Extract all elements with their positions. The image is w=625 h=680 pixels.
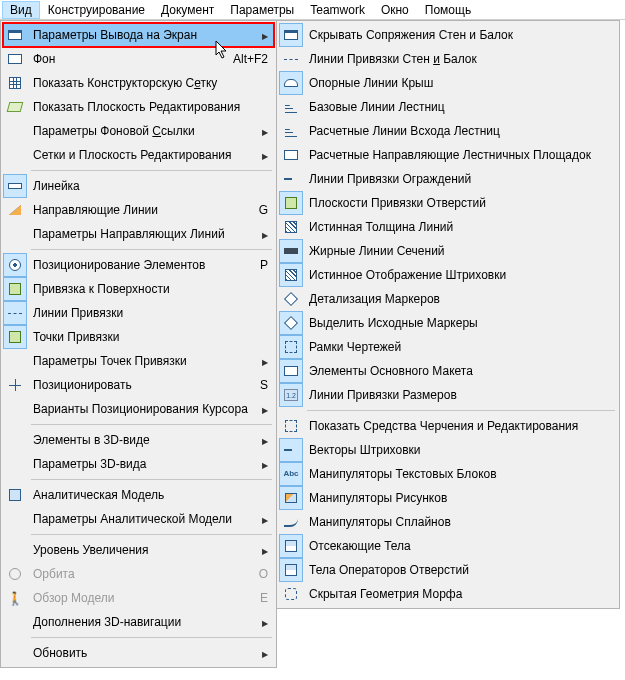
- grid-icon: [7, 75, 23, 91]
- icon-slot: [3, 373, 27, 397]
- display-submenu-item-17[interactable]: Показать Средства Черчения и Редактирова…: [279, 414, 617, 438]
- window-icon: [283, 27, 299, 43]
- abc-icon: Abc: [283, 466, 299, 482]
- blank-icon: [7, 401, 23, 417]
- icon-slot: [279, 263, 303, 287]
- num-icon: 1.2: [283, 387, 299, 403]
- view-menu-item-27: 🚶Обзор МоделиE: [3, 586, 274, 610]
- icon-slot: [279, 510, 303, 534]
- display-submenu-item-7[interactable]: Плоскости Привязки Отверстий: [279, 191, 617, 215]
- view-menu-item-11[interactable]: Позиционирование ЭлементовP: [3, 253, 274, 277]
- menubar-item-2[interactable]: Документ: [153, 1, 222, 19]
- menu-item-label: Истинная Толщина Линий: [303, 220, 611, 234]
- view-menu-item-9[interactable]: Параметры Направляющих Линий: [3, 222, 274, 246]
- display-submenu-item-1[interactable]: Линии Привязки Стен и Балок: [279, 47, 617, 71]
- snap-icon: [7, 281, 23, 297]
- menubar-item-3[interactable]: Параметры: [222, 1, 302, 19]
- menu-item-label: Истинное Отображение Штриховки: [303, 268, 611, 282]
- blank-icon: [7, 456, 23, 472]
- menu-item-shortcut: E: [250, 591, 268, 605]
- menu-item-label: Линии Привязки Ограждений: [303, 172, 611, 186]
- display-submenu-item-9[interactable]: Жирные Линии Сечений: [279, 239, 617, 263]
- display-submenu-item-2[interactable]: Опорные Линии Крыш: [279, 71, 617, 95]
- menubar-item-6[interactable]: Помощь: [417, 1, 479, 19]
- display-submenu-item-24[interactable]: Скрытая Геометрия Морфа: [279, 582, 617, 606]
- icon-slot: [279, 143, 303, 167]
- view-menu-item-25[interactable]: Уровень Увеличения: [3, 538, 274, 562]
- menubar-item-4[interactable]: Teamwork: [302, 1, 373, 19]
- menu-item-label: Базовые Линии Лестниц: [303, 100, 611, 114]
- icon-slot: [3, 277, 27, 301]
- submenu-arrow-icon: [258, 150, 268, 161]
- menubar-item-5[interactable]: Окно: [373, 1, 417, 19]
- hatch-icon: [283, 267, 299, 283]
- display-submenu-item-23[interactable]: Тела Операторов Отверстий: [279, 558, 617, 582]
- display-submenu-item-4[interactable]: Расчетные Линии Всхода Лестниц: [279, 119, 617, 143]
- icon-slot: [3, 397, 27, 421]
- display-submenu-item-6[interactable]: Линии Привязки Ограждений: [279, 167, 617, 191]
- display-submenu-item-21[interactable]: Манипуляторы Сплайнов: [279, 510, 617, 534]
- view-menu-item-15[interactable]: Параметры Точек Привязки: [3, 349, 274, 373]
- view-menu-item-20[interactable]: Параметры 3D-вида: [3, 452, 274, 476]
- view-menu-item-12[interactable]: Привязка к Поверхности: [3, 277, 274, 301]
- view-menu-item-5[interactable]: Сетки и Плоскость Редактирования: [3, 143, 274, 167]
- view-menu-item-30[interactable]: Обновить: [3, 641, 274, 665]
- view-menu-item-1[interactable]: ФонAlt+F2: [3, 47, 274, 71]
- display-submenu-item-3[interactable]: Базовые Линии Лестниц: [279, 95, 617, 119]
- view-menu-item-2[interactable]: Показать Конструкторскую Сетку: [3, 71, 274, 95]
- display-submenu-item-22[interactable]: Отсекающие Тела: [279, 534, 617, 558]
- display-submenu-item-19[interactable]: AbcМанипуляторы Текстовых Блоков: [279, 462, 617, 486]
- view-menu-item-16[interactable]: ПозиционироватьS: [3, 373, 274, 397]
- view-menu-item-14[interactable]: Точки Привязки: [3, 325, 274, 349]
- display-submenu-item-12[interactable]: Выделить Исходные Маркеры: [279, 311, 617, 335]
- icon-slot: [3, 641, 27, 665]
- display-submenu-item-15[interactable]: 1.2Линии Привязки Размеров: [279, 383, 617, 407]
- blank-icon: [7, 432, 23, 448]
- submenu-arrow-icon: [258, 648, 268, 659]
- blank-icon: [7, 645, 23, 661]
- icon-slot: [3, 562, 27, 586]
- icon-slot: [3, 610, 27, 634]
- menu-item-label: Расчетные Направляющие Лестничных Площад…: [303, 148, 611, 162]
- orbit-icon: [7, 566, 23, 582]
- window-icon: [7, 27, 23, 43]
- display-submenu-item-0[interactable]: Скрывать Сопряжения Стен и Балок: [279, 23, 617, 47]
- menu-item-label: Обновить: [27, 646, 258, 660]
- display-submenu-item-11[interactable]: Детализация Маркеров: [279, 287, 617, 311]
- view-menu-item-7[interactable]: Линейка: [3, 174, 274, 198]
- view-menu-dropdown: Параметры Вывода на ЭкранФонAlt+F2Показа…: [0, 20, 277, 668]
- display-submenu-item-14[interactable]: Элементы Основного Макета: [279, 359, 617, 383]
- menubar-item-1[interactable]: Конструирование: [40, 1, 153, 19]
- menu-item-label: Жирные Линии Сечений: [303, 244, 611, 258]
- icon-slot: [279, 534, 303, 558]
- menu-item-label: Сетки и Плоскость Редактирования: [27, 148, 258, 162]
- display-submenu-item-13[interactable]: Рамки Чертежей: [279, 335, 617, 359]
- menu-item-label: Тела Операторов Отверстий: [303, 563, 611, 577]
- blank-icon: [7, 614, 23, 630]
- icon-slot: [3, 325, 27, 349]
- view-menu-item-22[interactable]: Аналитическая Модель: [3, 483, 274, 507]
- view-menu-item-0[interactable]: Параметры Вывода на Экран: [3, 23, 274, 47]
- 3d-icon: [7, 487, 23, 503]
- view-menu-item-8[interactable]: Направляющие ЛинииG: [3, 198, 274, 222]
- view-menu-item-28[interactable]: Дополнения 3D-навигации: [3, 610, 274, 634]
- view-menu-separator: [31, 170, 272, 171]
- menu-item-label: Линии Привязки Стен и Балок: [303, 52, 611, 66]
- view-menu-item-13[interactable]: Линии Привязки: [3, 301, 274, 325]
- menu-item-label: Линейка: [27, 179, 268, 193]
- icon-slot: [279, 287, 303, 311]
- view-menu-item-17[interactable]: Варианты Позиционирования Курсора: [3, 397, 274, 421]
- display-submenu-item-10[interactable]: Истинное Отображение Штриховки: [279, 263, 617, 287]
- menubar-item-0[interactable]: Вид: [2, 1, 40, 19]
- view-menu-item-19[interactable]: Элементы в 3D-виде: [3, 428, 274, 452]
- icon-slot: [279, 167, 303, 191]
- display-submenu-item-8[interactable]: Истинная Толщина Линий: [279, 215, 617, 239]
- display-submenu-item-18[interactable]: Векторы Штриховки: [279, 438, 617, 462]
- snap-icon: [283, 195, 299, 211]
- view-menu-item-3[interactable]: Показать Плоскость Редактирования: [3, 95, 274, 119]
- view-menu-item-23[interactable]: Параметры Аналитической Модели: [3, 507, 274, 531]
- view-menu-item-4[interactable]: Параметры Фоновой Ссылки: [3, 119, 274, 143]
- display-submenu-item-20[interactable]: Манипуляторы Рисунков: [279, 486, 617, 510]
- icon-slot: [279, 71, 303, 95]
- display-submenu-item-5[interactable]: Расчетные Направляющие Лестничных Площад…: [279, 143, 617, 167]
